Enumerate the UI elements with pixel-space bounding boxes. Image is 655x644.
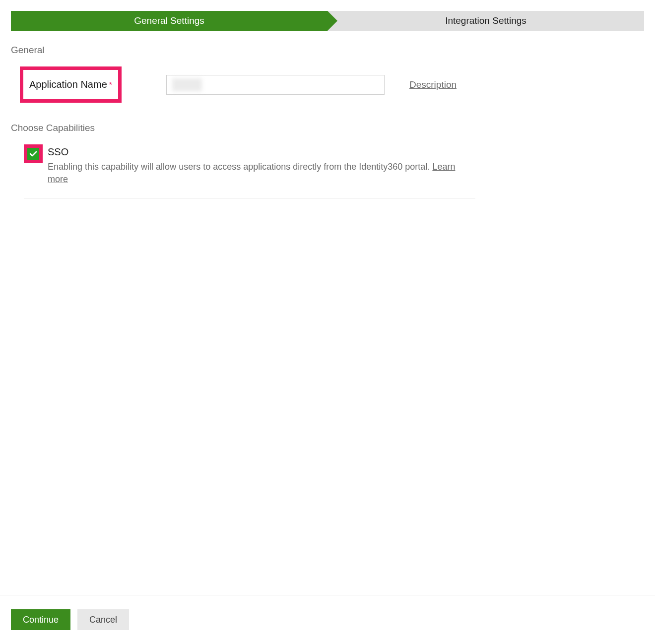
footer-bar: Continue Cancel (0, 595, 655, 644)
continue-button[interactable]: Continue (11, 609, 70, 630)
required-asterisk: * (109, 81, 112, 89)
sso-description-text: Enabling this capability will allow user… (48, 162, 432, 172)
cancel-button[interactable]: Cancel (77, 609, 129, 630)
sso-title: SSO (48, 146, 475, 158)
application-name-label: Application Name (29, 79, 107, 90)
application-name-label-highlight: Application Name* (20, 66, 122, 103)
tab-general-settings[interactable]: General Settings (11, 11, 328, 31)
wizard-tabs: General Settings Integration Settings (11, 11, 644, 31)
sso-checkbox-highlight (24, 144, 43, 163)
sso-checkbox[interactable] (27, 148, 39, 160)
section-general-title: General (11, 45, 644, 56)
sso-description: Enabling this capability will allow user… (48, 161, 475, 186)
tab-integration-settings[interactable]: Integration Settings (328, 11, 644, 31)
sso-text-block: SSO Enabling this capability will allow … (48, 146, 475, 186)
application-name-row: Application Name* Description (11, 66, 644, 103)
description-link[interactable]: Description (409, 79, 457, 90)
section-capabilities-title: Choose Capabilities (11, 123, 644, 133)
tab-integration-label: Integration Settings (445, 15, 526, 26)
capability-sso-row: SSO Enabling this capability will allow … (24, 144, 475, 199)
checkmark-icon (29, 150, 37, 158)
application-name-input[interactable] (166, 75, 385, 95)
tab-general-label: General Settings (134, 15, 204, 26)
application-name-input-wrap (166, 75, 385, 95)
